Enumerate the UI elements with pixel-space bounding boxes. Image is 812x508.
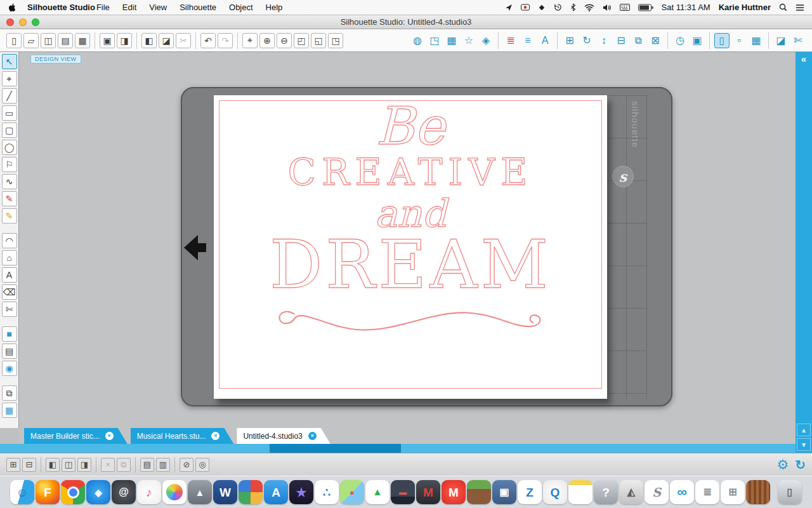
tool-align-center[interactable]: ◫ — [62, 458, 75, 472]
dock-icon-dots-app[interactable]: ∴ — [315, 480, 339, 504]
menu-edit[interactable]: Edit — [122, 3, 136, 12]
dock-icon-widget-app[interactable]: ⊞ — [721, 480, 745, 504]
tool-fill-style[interactable]: ≡ — [520, 33, 535, 48]
tool-align-right[interactable]: ◨ — [77, 458, 91, 472]
dock-icon-app-store[interactable]: A — [264, 480, 288, 504]
dock-icon-trash[interactable]: ▯ — [778, 480, 802, 504]
tool-copy[interactable]: ◧ — [141, 33, 157, 48]
dock-icon-chrome[interactable] — [61, 480, 85, 504]
dock-icon-safari[interactable]: ◈ — [86, 480, 110, 504]
tool-arc[interactable]: ◠ — [2, 233, 17, 248]
dock-icon-cad-app[interactable]: ◭ — [619, 480, 643, 504]
tool-fit-to-page[interactable]: ◳ — [328, 33, 343, 48]
bootcamp-icon[interactable] — [538, 4, 546, 11]
tool-panel-library[interactable]: ▦ — [749, 33, 764, 48]
tool-redo[interactable]: ↷ — [218, 33, 233, 48]
screen-record-icon[interactable] — [521, 4, 530, 11]
menu-object[interactable]: Object — [229, 3, 253, 12]
tool-polygon[interactable]: ⚐ — [2, 157, 17, 172]
tool-store[interactable]: ◉ — [2, 361, 17, 376]
horizontal-scrollbar[interactable] — [0, 444, 796, 453]
tool-modify[interactable]: ⊠ — [648, 33, 663, 48]
tool-regular-polygon[interactable]: ⌂ — [2, 250, 17, 265]
apple-icon[interactable] — [8, 3, 17, 12]
wifi-icon[interactable] — [584, 4, 594, 11]
volume-icon[interactable] — [603, 4, 612, 11]
menu-view[interactable]: View — [149, 3, 167, 12]
dock-icon-miniclip[interactable]: M — [442, 480, 466, 504]
bluetooth-icon[interactable] — [570, 3, 576, 11]
tool-timer[interactable]: ◷ — [672, 33, 688, 48]
tab-close-icon[interactable]: × — [308, 432, 317, 440]
design-page[interactable]: Be CREATIVE and DREAM — [214, 95, 607, 399]
tool-transform-b[interactable]: ⊟ — [22, 458, 36, 472]
close-window-button[interactable] — [6, 18, 14, 26]
tab-master-builder[interactable]: Master Builder stic... × — [24, 428, 128, 444]
dock-icon-photos[interactable] — [162, 480, 187, 504]
dock-icon-cube-app[interactable]: ▣ — [492, 480, 516, 504]
tool-weld[interactable]: × — [101, 458, 115, 472]
dock-icon-documents-app[interactable]: ≣ — [695, 480, 719, 504]
tool-freehand[interactable]: ✎ — [2, 191, 17, 206]
tab-untitled-4[interactable]: Untitled-4.studio3 × — [237, 428, 330, 444]
dock-icon-silhouette-studio[interactable]: S — [645, 480, 669, 504]
tool-print[interactable]: ▣ — [100, 33, 115, 48]
dock-icon-missing-app[interactable]: ? — [594, 480, 618, 504]
tool-page-panel[interactable]: ⧉ — [2, 385, 17, 401]
battery-icon[interactable] — [638, 4, 653, 11]
dock-icon-display-app[interactable]: ▬ — [391, 480, 415, 504]
tool-registration[interactable]: ◎ — [195, 458, 209, 472]
tool-cut[interactable]: ✂ — [176, 33, 191, 48]
dock-icon-infinity-app[interactable]: ∞ — [670, 480, 694, 504]
tool-save-to-library[interactable]: ▦ — [75, 33, 90, 48]
dock-icon-mail[interactable]: @ — [112, 480, 136, 504]
tool-undo[interactable]: ↶ — [200, 33, 216, 48]
fast-user-switch[interactable]: Karie Huttner — [719, 3, 771, 12]
dock-icon-radio-app[interactable] — [746, 480, 770, 504]
dock-icon-firefox[interactable]: F — [36, 480, 60, 504]
tool-rectangle[interactable]: ▭ — [2, 105, 17, 121]
tool-line-style[interactable]: ≣ — [503, 33, 518, 48]
tool-send-to-machine[interactable]: ◍ — [410, 33, 425, 48]
tab-close-icon[interactable]: × — [105, 432, 114, 440]
tool-panel-design[interactable]: ▯ — [714, 33, 730, 48]
location-icon[interactable] — [505, 4, 513, 11]
dock-icon-itunes[interactable]: ♪ — [137, 480, 161, 504]
design-word-dream[interactable]: DREAM — [270, 234, 551, 297]
tool-print-preview[interactable]: ◨ — [117, 33, 132, 48]
dock-icon-quicktime[interactable]: Q — [543, 480, 567, 504]
dock-icon-tiles-game[interactable] — [239, 480, 263, 504]
horizontal-scrollbar-thumb[interactable] — [270, 444, 401, 453]
tool-panel-store[interactable]: ▫ — [731, 33, 747, 48]
spotlight-icon[interactable] — [779, 3, 787, 11]
active-app-name[interactable]: Silhouette Studio — [27, 3, 95, 12]
dock-icon-z-app[interactable]: Z — [518, 480, 542, 504]
flourish-swirl[interactable] — [268, 304, 553, 341]
cutting-mat[interactable]: silhouette s Be CREATIVE and DREAM — [181, 87, 672, 406]
tool-zoom-selection[interactable]: ◰ — [294, 33, 309, 48]
tool-lock[interactable]: ⊘ — [180, 458, 193, 472]
tool-group[interactable]: ▤ — [140, 458, 154, 472]
tool-rotate[interactable]: ↻ — [579, 33, 594, 48]
tab-musical-hearts[interactable]: Musical Hearts.stu... × — [131, 428, 234, 444]
tool-pan[interactable]: ⌖ — [242, 33, 258, 48]
tool-knife[interactable]: ✄ — [2, 302, 17, 317]
zoom-window-button[interactable] — [32, 18, 39, 26]
tool-transform[interactable]: ⊞ — [562, 33, 577, 48]
keyboard-icon[interactable] — [620, 4, 630, 11]
tool-sketch[interactable]: ▤ — [2, 344, 17, 359]
dock-icon-google-drive[interactable]: ▲ — [365, 480, 390, 504]
tool-paste[interactable]: ◪ — [159, 33, 174, 48]
tool-new-document[interactable]: ▯ — [6, 33, 22, 48]
tool-zoom-out[interactable]: ⊖ — [277, 33, 292, 48]
tool-smooth-freehand[interactable]: ✎ — [2, 208, 17, 224]
time-machine-icon[interactable] — [554, 3, 562, 11]
menu-bar-clock[interactable]: Sat 11:31 AM — [662, 3, 710, 12]
dock-icon-star-app[interactable]: ★ — [289, 480, 313, 504]
tool-page-settings[interactable]: ◳ — [427, 33, 442, 48]
tool-align-left[interactable]: ◧ — [46, 458, 60, 472]
tool-offset[interactable]: ☆ — [461, 33, 476, 48]
scroll-down-button[interactable]: ▼ — [797, 438, 811, 451]
tool-trace[interactable]: ◈ — [478, 33, 494, 48]
tool-open[interactable]: ▱ — [23, 33, 39, 48]
